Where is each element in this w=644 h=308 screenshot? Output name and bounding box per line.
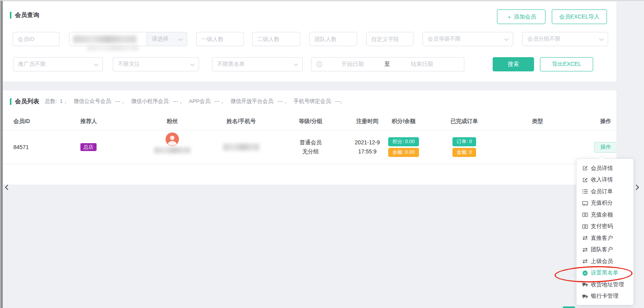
table-header-row: 会员ID 推荐人 粉丝 姓名/手机号 等级/分组 注册时间 积分/余额 已完成订… — [3, 112, 616, 131]
table-row: 84571 总店 普通会员无分组 2021-12-917:55:9 积分: 0.… — [3, 131, 616, 164]
chevron-down-icon — [190, 61, 195, 68]
member-group-select[interactable]: 会员分组不限 — [522, 32, 608, 46]
cell-level-group: 普通会员无分组 — [277, 131, 344, 164]
name-phone-redacted — [223, 144, 259, 151]
date-separator: 至 — [383, 61, 392, 68]
edit-icon — [582, 165, 588, 171]
menu-item-team-customers[interactable]: 团队客户 — [577, 244, 633, 256]
row-action-dropdown-menu: 会员详情 收入详情 会员订单 充值积分 充值余额 支付密码 直推客户 团队客户 — [576, 159, 634, 305]
add-member-label: 添加会员 — [514, 13, 536, 21]
team-count-input[interactable] — [309, 32, 357, 46]
filter-row-1: 请选择 会员等级不限 会员分组不限 — [3, 32, 616, 46]
clock-icon — [316, 61, 322, 67]
minus-circle-icon — [582, 270, 588, 276]
avatar — [166, 133, 179, 146]
excel-import-button[interactable]: 会员EXCEL导入 — [552, 9, 607, 24]
amount-badge: 金额: 0 — [452, 148, 476, 157]
member-level: 普通会员 — [300, 138, 322, 147]
member-admin-page: 会员查询 ＋ 添加会员 会员EXCEL导入 — [0, 0, 644, 308]
referrer-badge: 总店 — [80, 143, 97, 151]
scroll-left-arrow-icon[interactable] — [3, 184, 10, 191]
col-header-fans: 粉丝 — [141, 112, 204, 130]
follow-status-select[interactable]: 不限关注 — [113, 57, 199, 71]
chevron-down-icon — [504, 35, 509, 43]
balance-badge: 余额: 0.00 — [388, 148, 419, 157]
menu-item-set-blacklist[interactable]: 设置黑名单 — [577, 267, 633, 279]
col-header-level-group: 等级/分组 — [277, 112, 344, 130]
scroll-right-arrow-icon[interactable] — [634, 184, 641, 191]
menu-item-bank-cards[interactable]: 银行卡管理 — [577, 291, 633, 302]
col-header-points-balance: 积分/余额 — [372, 112, 435, 130]
blacklist-select[interactable]: 不限黑名单 — [212, 57, 303, 71]
member-stats: 总数:1，微信公众号会员:---，微信小程序会员:---，APP会员:---，微… — [45, 98, 342, 105]
pagination-active-button-peek[interactable] — [563, 306, 575, 308]
list-panel-head: 会员列表 总数:1，微信公众号会员:---，微信小程序会员:---，APP会员:… — [3, 90, 616, 112]
end-date-placeholder[interactable]: 结束日期 — [392, 61, 452, 68]
col-header-action: 操作 — [574, 112, 616, 130]
card-icon — [582, 200, 588, 206]
member-query-panel: 会员查询 ＋ 添加会员 会员EXCEL导入 — [3, 2, 616, 82]
points-badge: 积分: 0.00 — [388, 137, 419, 146]
menu-item-shipping-address[interactable]: 收货地址管理 — [577, 279, 633, 291]
cell-name-phone — [210, 131, 273, 164]
orders-badge: 订单: 0 — [452, 137, 476, 146]
member-group: 无分组 — [300, 147, 322, 156]
member-level-select[interactable]: 会员等级不限 — [423, 32, 513, 46]
menu-item-upline-member[interactable]: 上级会员 — [577, 256, 633, 267]
vertical-scrollbar[interactable] — [0, 1, 3, 308]
col-header-referrer: 推荐人 — [80, 112, 136, 130]
menu-item-member-orders[interactable]: 会员订单 — [577, 186, 633, 198]
col-header-name-phone: 姓名/手机号 — [210, 112, 273, 130]
truck-icon — [582, 282, 588, 287]
filter-row-2: 推广员不限 不限关注 不限黑名单 开始日期 至 结束日期 搜索 导出EXCE — [3, 57, 616, 71]
level1-count-input[interactable] — [196, 32, 244, 46]
list-icon — [582, 189, 588, 194]
search-button[interactable]: 搜索 — [493, 57, 534, 71]
accent-bar — [10, 98, 11, 105]
chevron-down-icon — [94, 61, 99, 68]
swap-icon — [582, 258, 588, 264]
member-id-input[interactable] — [13, 32, 60, 46]
chevron-down-icon — [178, 35, 183, 43]
cell-member-id: 84571 — [13, 131, 69, 164]
menu-item-member-detail[interactable]: 会员详情 — [577, 162, 633, 174]
add-member-button[interactable]: ＋ 添加会员 — [497, 9, 545, 24]
custom-field-input[interactable] — [366, 32, 413, 46]
menu-item-recharge-points[interactable]: 充值积分 — [577, 198, 633, 209]
edit-icon — [582, 177, 588, 183]
query-panel-title: 会员查询 — [15, 11, 39, 19]
truck-icon — [582, 293, 588, 299]
col-header-type: 类型 — [506, 112, 569, 130]
cell-fans — [141, 131, 204, 164]
col-header-member-id: 会员ID — [13, 112, 69, 130]
keyword-type-select[interactable]: 请选择 — [147, 32, 187, 46]
accent-bar — [10, 12, 11, 19]
menu-item-recharge-balance[interactable]: 充值余额 — [577, 209, 633, 221]
menu-item-payment-password[interactable]: 支付密码 — [577, 221, 633, 233]
swap-icon — [582, 247, 588, 253]
swap-icon — [582, 235, 588, 241]
cell-type — [506, 131, 569, 164]
cell-completed-orders: 订单: 0 金额: 0 — [433, 131, 496, 164]
menu-item-income-detail[interactable]: 收入详情 — [577, 174, 633, 186]
member-list-panel: 会员列表 总数:1，微信公众号会员:---，微信小程序会员:---，APP会员:… — [3, 90, 616, 185]
cell-points-balance: 积分: 0.00 余额: 0.00 — [372, 131, 435, 164]
row-action-button[interactable]: 操作 — [594, 142, 617, 153]
plus-icon: ＋ — [506, 14, 512, 20]
promoter-select[interactable]: 推广员不限 — [13, 57, 103, 71]
date-range-picker[interactable]: 开始日期 至 结束日期 — [311, 57, 464, 71]
keyword-input-redacted[interactable] — [69, 32, 147, 46]
query-panel-head: 会员查询 ＋ 添加会员 会员EXCEL导入 — [3, 2, 616, 28]
list-panel-title: 会员列表 — [15, 98, 39, 105]
redacted-blur-spill — [87, 46, 138, 50]
money-icon — [582, 224, 588, 230]
money-icon — [582, 212, 588, 218]
level2-count-input[interactable] — [252, 32, 300, 46]
start-date-placeholder[interactable]: 开始日期 — [322, 61, 383, 68]
export-excel-button[interactable]: 导出EXCEL — [540, 57, 593, 71]
cell-referrer: 总店 — [80, 131, 136, 164]
col-header-completed-orders: 已完成订单 — [433, 112, 496, 130]
chevron-down-icon — [599, 35, 604, 43]
chevron-down-icon — [294, 61, 298, 68]
menu-item-direct-customers[interactable]: 直推客户 — [577, 232, 633, 244]
